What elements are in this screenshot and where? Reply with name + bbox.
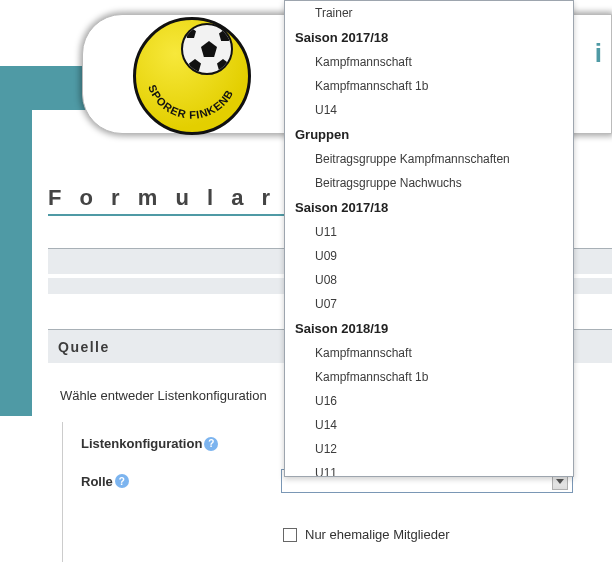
viewport: FC SPORER FINKENBERG M i e r F o r m u l… — [0, 0, 612, 566]
label-rolle-text: Rolle — [81, 474, 113, 489]
only-former-label: Nur ehemalige Mitglieder — [305, 527, 450, 542]
dropdown-item[interactable]: U14 — [285, 98, 573, 122]
dropdown-group-header: Saison 2017/18 — [285, 195, 573, 220]
dropdown-group-header: Saison 2017/18 — [285, 25, 573, 50]
dropdown-item[interactable]: U16 — [285, 389, 573, 413]
section-description: Wähle entweder Listenkonfiguration — [60, 388, 267, 403]
dropdown-item[interactable]: Kampfmannschaft — [285, 50, 573, 74]
dropdown-item[interactable]: U09 — [285, 244, 573, 268]
dropdown-group-header: Saison 2018/19 — [285, 316, 573, 341]
dropdown-item[interactable]: U14 — [285, 413, 573, 437]
dropdown-item[interactable]: Kampfmannschaft 1b — [285, 365, 573, 389]
help-icon[interactable]: ? — [204, 437, 218, 451]
dropdown-item[interactable]: Kampfmannschaft — [285, 341, 573, 365]
help-icon[interactable]: ? — [115, 474, 129, 488]
listenkonfiguration-dropdown[interactable]: TrainerSaison 2017/18KampfmannschaftKamp… — [284, 0, 574, 477]
label-listenkonfiguration: Listenkonfiguration ? — [81, 436, 281, 451]
dropdown-item[interactable]: Beitragsgruppe Kampfmannschaften — [285, 147, 573, 171]
dropdown-item[interactable]: U11 — [285, 220, 573, 244]
left-sidebar-strip — [0, 66, 32, 416]
club-logo: FC SPORER FINKENBERG — [133, 17, 251, 135]
label-rolle: Rolle ? — [81, 474, 281, 489]
dropdown-item[interactable]: Kampfmannschaft 1b — [285, 74, 573, 98]
label-listenkonfiguration-text: Listenkonfiguration — [81, 436, 202, 451]
dropdown-group-header: Gruppen — [285, 122, 573, 147]
dropdown-item[interactable]: Beitragsgruppe Nachwuchs — [285, 171, 573, 195]
dropdown-item[interactable]: U08 — [285, 268, 573, 292]
only-former-checkbox[interactable] — [283, 528, 297, 542]
dropdown-item[interactable]: Trainer — [285, 1, 573, 25]
section-header-label: Quelle — [58, 339, 110, 355]
dropdown-item[interactable]: U12 — [285, 437, 573, 461]
soccer-ball-icon — [181, 23, 233, 75]
dropdown-item[interactable]: U11 — [285, 461, 573, 477]
dropdown-item[interactable]: U07 — [285, 292, 573, 316]
row-only-former: Nur ehemalige Mitglieder — [283, 527, 450, 542]
